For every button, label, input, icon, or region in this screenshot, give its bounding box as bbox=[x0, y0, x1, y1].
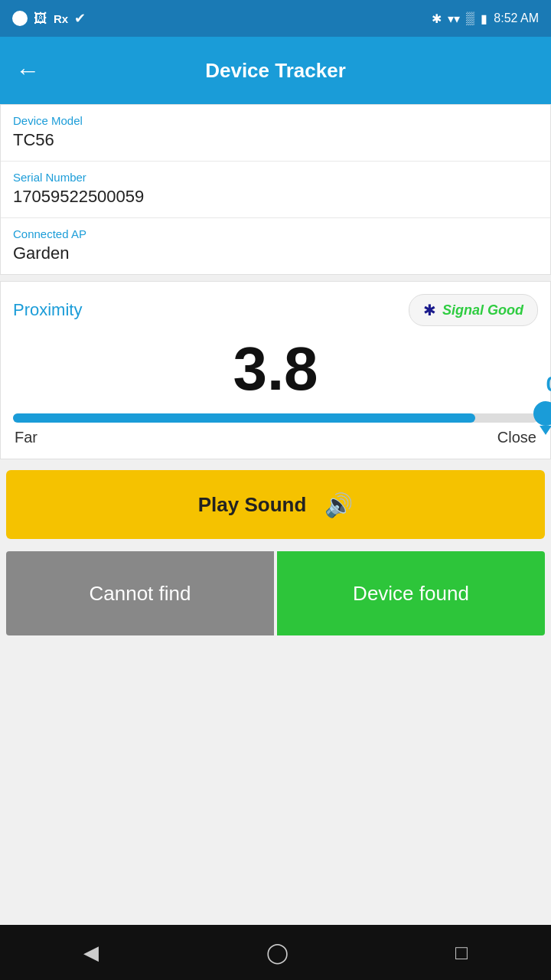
play-sound-text: Play Sound bbox=[198, 493, 307, 517]
device-found-button[interactable]: Device found bbox=[277, 551, 545, 635]
bluetooth-status-icon: ✱ bbox=[432, 11, 442, 26]
far-close-labels: Far Close bbox=[13, 429, 538, 446]
serial-number-field: Serial Number 17059522500059 bbox=[1, 162, 550, 218]
play-sound-button[interactable]: Play Sound 🔊 bbox=[6, 470, 545, 539]
slider-value-label: 0 bbox=[546, 372, 551, 397]
slider-track bbox=[13, 413, 538, 423]
action-buttons: Cannot find Device found bbox=[6, 551, 545, 780]
cannot-find-button[interactable]: Cannot find bbox=[6, 551, 274, 635]
back-nav-icon[interactable]: ◀ bbox=[83, 941, 99, 965]
device-found-text: Device found bbox=[353, 582, 469, 606]
recents-nav-icon[interactable]: □ bbox=[455, 941, 468, 965]
proximity-section: Proximity ✱ Signal Good 3.8 0 Far Close bbox=[0, 281, 551, 459]
circle-status-icon bbox=[12, 11, 28, 26]
serial-number-value: 17059522500059 bbox=[13, 187, 538, 207]
wifi-icon: ▾▾ bbox=[448, 11, 460, 26]
home-nav-icon[interactable]: ◯ bbox=[266, 941, 289, 965]
slider-pin: 0 bbox=[532, 401, 551, 435]
proximity-title: Proximity bbox=[13, 300, 82, 320]
navigation-bar: ◀ ◯ □ bbox=[0, 925, 551, 980]
signal-icon: ▒ bbox=[466, 11, 474, 25]
signal-good-text: Signal Good bbox=[442, 302, 523, 318]
proximity-slider[interactable]: 0 bbox=[13, 413, 538, 423]
image-icon: 🖼 bbox=[34, 11, 47, 27]
check-icon: ✔ bbox=[74, 10, 86, 27]
app-bar: ← Device Tracker bbox=[0, 37, 551, 104]
status-icons-right: ✱ ▾▾ ▒ ▮ 8:52 AM bbox=[432, 11, 539, 26]
pin-circle bbox=[533, 401, 551, 426]
status-bar: 🖼 Rx ✔ ✱ ▾▾ ▒ ▮ 8:52 AM bbox=[0, 0, 551, 37]
proximity-value: 3.8 bbox=[13, 335, 538, 403]
status-icons-left: 🖼 Rx ✔ bbox=[12, 10, 86, 27]
close-label: Close bbox=[497, 429, 536, 446]
back-button[interactable]: ← bbox=[15, 57, 40, 85]
proximity-header: Proximity ✱ Signal Good bbox=[13, 294, 538, 326]
far-label: Far bbox=[15, 429, 37, 446]
rx-icon: Rx bbox=[54, 12, 68, 25]
battery-icon: ▮ bbox=[481, 11, 487, 26]
device-model-label: Device Model bbox=[13, 114, 538, 127]
device-model-value: TC56 bbox=[13, 130, 538, 150]
connected-ap-value: Garden bbox=[13, 243, 538, 263]
signal-badge: ✱ Signal Good bbox=[409, 294, 538, 326]
connected-ap-field: Connected AP Garden bbox=[1, 218, 550, 274]
app-title: Device Tracker bbox=[55, 59, 496, 83]
serial-number-label: Serial Number bbox=[13, 171, 538, 184]
info-section: Device Model TC56 Serial Number 17059522… bbox=[0, 104, 551, 275]
device-model-field: Device Model TC56 bbox=[1, 105, 550, 162]
pin-point bbox=[540, 426, 551, 435]
sound-icon: 🔊 bbox=[324, 492, 353, 518]
bluetooth-icon: ✱ bbox=[423, 301, 436, 319]
time-display: 8:52 AM bbox=[494, 11, 539, 25]
connected-ap-label: Connected AP bbox=[13, 227, 538, 240]
slider-fill bbox=[13, 413, 475, 423]
cannot-find-text: Cannot find bbox=[90, 582, 191, 606]
